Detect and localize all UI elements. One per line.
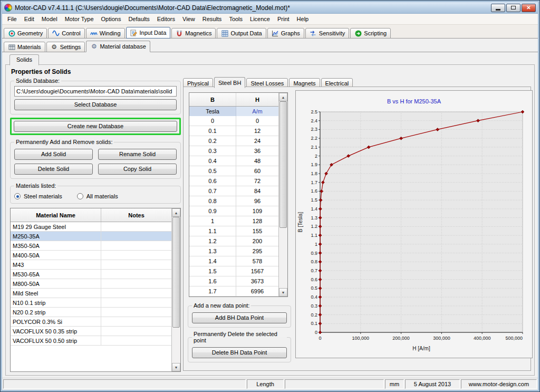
scroll-up-button[interactable]: ▲: [279, 93, 287, 101]
tab-material-database[interactable]: ⚙Material database: [86, 41, 150, 52]
menu-results[interactable]: Results: [199, 14, 226, 24]
menu-help[interactable]: Help: [293, 14, 313, 24]
tab-magnetics[interactable]: Magnetics: [171, 28, 216, 39]
chart-title: B vs H for M250-35A: [296, 91, 532, 108]
bh-row[interactable]: 0.784: [189, 186, 278, 196]
bh-row[interactable]: 0.9109: [189, 206, 278, 216]
copy-solid-button[interactable]: Copy Solid: [98, 164, 177, 175]
bh-row[interactable]: 1.4578: [189, 256, 278, 266]
tab-materials[interactable]: Materials: [4, 42, 45, 52]
menu-options[interactable]: Options: [98, 14, 125, 24]
select-database-button[interactable]: Select Database: [14, 99, 177, 110]
menu-motor-type[interactable]: Motor Type: [61, 14, 98, 24]
h-column-header[interactable]: H: [236, 93, 278, 106]
material-row[interactable]: M250-35A: [11, 232, 171, 241]
tab-control[interactable]: Control: [48, 28, 84, 39]
tab-output-data[interactable]: Output Data: [217, 28, 266, 39]
material-row[interactable]: Mild Steel: [11, 289, 171, 298]
bh-chart[interactable]: 00.10.20.30.40.50.60.70.80.911.11.21.31.…: [296, 108, 532, 356]
bh-row[interactable]: 1.76996: [189, 286, 278, 297]
status-spacer-cell: [285, 379, 384, 389]
material-row[interactable]: VACOFLUX 50 0.50 strip: [11, 336, 171, 346]
h-units-cell[interactable]: A/m: [236, 107, 278, 116]
bh-row[interactable]: 0.560: [189, 166, 278, 176]
menu-view[interactable]: View: [179, 14, 199, 24]
create-new-database-button[interactable]: Create new Database: [14, 121, 177, 132]
add-solid-button[interactable]: Add Solid: [14, 149, 93, 160]
menu-model[interactable]: Model: [38, 14, 61, 24]
tab-solids[interactable]: Solids: [9, 54, 39, 65]
bh-row[interactable]: 1.2200: [189, 236, 278, 246]
b-units-cell[interactable]: Tesla: [189, 107, 236, 116]
close-button[interactable]: ✕: [522, 4, 536, 12]
scroll-down-button[interactable]: ▼: [172, 363, 180, 371]
scroll-down-button[interactable]: ▼: [279, 288, 287, 297]
bh-row[interactable]: 1128: [189, 216, 278, 226]
b-column-header[interactable]: B: [189, 93, 236, 106]
tab-settings[interactable]: ⚙Settings: [46, 42, 85, 52]
material-row[interactable]: M350-50A: [11, 241, 171, 251]
tab-input-data[interactable]: Input Data: [126, 27, 171, 39]
bh-row[interactable]: 1.63673: [189, 276, 278, 286]
material-row[interactable]: POLYCOR 0.3% Si: [11, 317, 171, 327]
scroll-up-button[interactable]: ▲: [172, 208, 180, 217]
material-name-cell: M530-65A: [11, 270, 101, 279]
delete-solid-button[interactable]: Delete Solid: [14, 164, 93, 175]
bh-row[interactable]: 0.336: [189, 146, 278, 156]
menu-print[interactable]: Print: [274, 14, 293, 24]
status-website-cell[interactable]: www.motor-design.com: [461, 379, 537, 389]
material-row[interactable]: M530-65A: [11, 270, 171, 279]
h-value-cell: 200: [236, 236, 278, 246]
b-value-cell: 1: [189, 216, 236, 226]
bh-row[interactable]: 1.3295: [189, 246, 278, 256]
material-row[interactable]: M400-50A: [11, 251, 171, 260]
bh-row[interactable]: 1.51567: [189, 266, 278, 276]
tab-steel-bh[interactable]: Steel BH: [214, 77, 245, 88]
bh-row[interactable]: 00: [189, 116, 278, 126]
material-row[interactable]: M19 29 Gauge Steel: [11, 222, 171, 232]
material-row[interactable]: N20 0.2 strip: [11, 308, 171, 317]
database-path-field[interactable]: [14, 86, 177, 97]
menu-edit[interactable]: Edit: [21, 14, 38, 24]
title-bar[interactable]: Motor-CAD v7.4.11.1 (C:\Users\dougie\Doc…: [2, 2, 538, 14]
tab-graphs[interactable]: Graphs: [267, 28, 304, 39]
bh-row[interactable]: 0.448: [189, 156, 278, 166]
svg-text:0.9: 0.9: [311, 251, 317, 256]
menu-file[interactable]: File: [4, 14, 21, 24]
menu-editors[interactable]: Editors: [153, 14, 179, 24]
bh-row[interactable]: 0.896: [189, 196, 278, 206]
tab-geometry[interactable]: Geometry: [4, 28, 47, 39]
add-bh-data-point-button[interactable]: Add BH Data Point: [192, 312, 287, 323]
sensitivity-icon: [310, 30, 317, 37]
svg-text:0.8: 0.8: [311, 259, 317, 264]
minimize-button[interactable]: [491, 4, 505, 12]
material-row[interactable]: M800-50A: [11, 279, 171, 289]
material-row[interactable]: N10 0.1 strip: [11, 298, 171, 308]
material-name-column-header[interactable]: Material Name: [11, 208, 101, 222]
bh-row[interactable]: 1.1155: [189, 226, 278, 236]
bh-row[interactable]: 0.112: [189, 126, 278, 136]
materials-scrollbar[interactable]: ▲ ▼: [171, 208, 180, 371]
material-row[interactable]: M43: [11, 260, 171, 270]
b-value-cell: 0.6: [189, 176, 236, 186]
notes-column-header[interactable]: Notes: [101, 208, 171, 222]
tab-sensitivity[interactable]: Sensitivity: [305, 28, 350, 39]
tab-winding[interactable]: Winding: [86, 28, 125, 39]
menu-licence[interactable]: Licence: [246, 14, 274, 24]
scrollbar-thumb[interactable]: [279, 101, 287, 228]
page-title: Properties of Solids: [11, 68, 71, 75]
rename-solid-button[interactable]: Rename Solid: [98, 149, 177, 160]
bh-scrollbar[interactable]: ▲ ▼: [278, 93, 287, 297]
radio-steel-materials[interactable]: [14, 193, 21, 199]
radio-all-materials[interactable]: [77, 193, 83, 199]
tab-scripting[interactable]: Scripting: [350, 28, 391, 39]
scrollbar-thumb[interactable]: [172, 217, 180, 328]
maximize-button[interactable]: [506, 4, 520, 12]
material-row[interactable]: VACOFLUX 50 0.35 strip: [11, 327, 171, 336]
menu-tools[interactable]: Tools: [225, 14, 246, 24]
delete-bh-data-point-button[interactable]: Delete BH Data Point: [192, 347, 287, 358]
bh-row[interactable]: 0.672: [189, 176, 278, 186]
bh-row[interactable]: 0.224: [189, 136, 278, 146]
scripting-icon: [354, 30, 362, 37]
menu-defaults[interactable]: Defaults: [124, 14, 153, 24]
